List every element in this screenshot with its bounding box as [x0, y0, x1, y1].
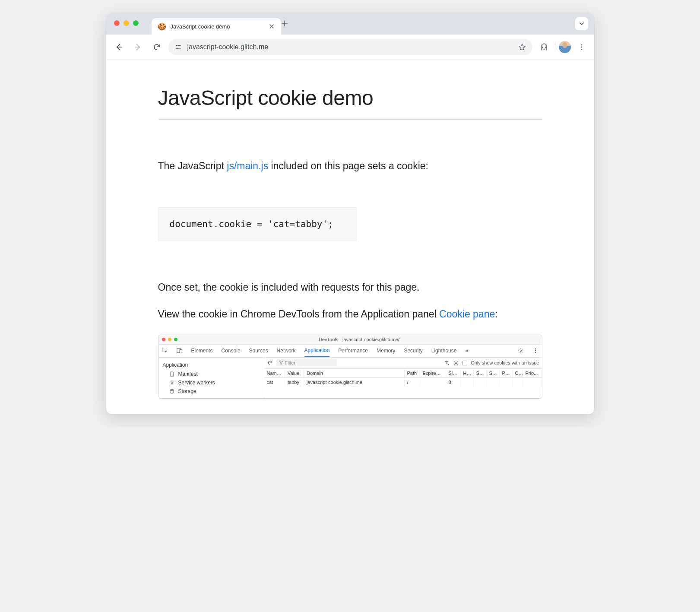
- filter-placeholder: Filter: [285, 360, 295, 365]
- svg-point-9: [535, 349, 535, 349]
- only-issue-label: Only show cookies with an issue: [471, 360, 539, 365]
- paragraph-3: View the cookie in Chrome DevTools from …: [158, 307, 542, 322]
- window-close-button[interactable]: [114, 20, 120, 26]
- reload-button[interactable]: [149, 40, 164, 54]
- devtools-more-tabs[interactable]: »: [465, 348, 468, 354]
- devtools-sidebar: Application Manifest Service workers Sto…: [158, 358, 264, 398]
- js-file-link[interactable]: js/main.js: [227, 160, 268, 171]
- toolbar-separator: [555, 43, 555, 51]
- sidebar-item-storage[interactable]: Storage: [158, 387, 264, 396]
- cell-cross: [512, 377, 523, 387]
- para3-prefix: View the cookie in Chrome DevTools from …: [158, 308, 440, 320]
- manifest-icon: [169, 371, 175, 377]
- toolbar-actions: [537, 40, 589, 54]
- devtools-zoom-button[interactable]: [174, 338, 177, 341]
- intro-text-suffix: included on this page sets a cookie:: [268, 160, 428, 171]
- sidebar-section-application: Application: [158, 360, 264, 370]
- devtools-tab-security[interactable]: Security: [404, 348, 422, 354]
- devtools-menu-icon[interactable]: [532, 348, 538, 353]
- svg-point-11: [535, 352, 535, 353]
- col-path[interactable]: Path: [404, 369, 420, 378]
- close-icon[interactable]: [453, 361, 459, 365]
- col-value[interactable]: Value: [285, 369, 304, 378]
- svg-point-0: [176, 45, 177, 46]
- sidebar-item-manifest[interactable]: Manifest: [158, 370, 264, 378]
- col-domain[interactable]: Domain: [304, 369, 405, 378]
- cell-httponly: [460, 377, 473, 387]
- svg-point-2: [581, 44, 582, 45]
- device-toolbar-icon[interactable]: [177, 348, 183, 354]
- cell-partition: [499, 377, 512, 387]
- col-httponly[interactable]: Ht...: [460, 369, 473, 378]
- profile-avatar[interactable]: [559, 41, 571, 53]
- col-partition[interactable]: Pa...: [499, 369, 512, 378]
- filter-input[interactable]: Filter: [276, 359, 337, 366]
- cell-name: cat: [264, 377, 285, 387]
- forward-button[interactable]: [130, 40, 145, 54]
- devtools-tab-elements[interactable]: Elements: [191, 348, 213, 354]
- devtools-tab-bar: Elements Console Sources Network Applica…: [158, 345, 542, 358]
- new-tab-button[interactable]: [281, 20, 294, 28]
- address-bar[interactable]: javascript-cookie.glitch.me: [168, 39, 532, 55]
- browser-window: 🍪 JavaScript cookie demo: [106, 13, 594, 414]
- back-button[interactable]: [111, 40, 126, 54]
- paragraph-2: Once set, the cookie is included with re…: [158, 280, 542, 295]
- only-issue-checkbox[interactable]: [462, 361, 467, 365]
- refresh-icon[interactable]: [267, 360, 273, 365]
- svg-point-13: [170, 389, 174, 390]
- devtools-tab-sources[interactable]: Sources: [249, 348, 268, 354]
- tab-strip: 🍪 JavaScript cookie demo: [106, 13, 594, 35]
- svg-point-12: [171, 382, 173, 384]
- intro-paragraph: The JavaScript js/main.js included on th…: [158, 159, 542, 174]
- table-header-row: Name▲ Value Domain Path Expires /... Siz…: [264, 369, 542, 378]
- tab-title: JavaScript cookie demo: [171, 23, 264, 30]
- devtools-tab-performance[interactable]: Performance: [338, 348, 368, 354]
- col-samesite[interactable]: Sa...: [486, 369, 499, 378]
- tab-favicon-icon: 🍪: [158, 22, 166, 31]
- cell-secure: [473, 377, 486, 387]
- cell-domain: javascript-cookie.glitch.me: [304, 377, 405, 387]
- col-name[interactable]: Name▲: [264, 369, 285, 378]
- tab-close-button[interactable]: [268, 23, 275, 30]
- col-priority[interactable]: Prio...: [523, 369, 542, 378]
- table-row[interactable]: cat tabby javascript-cookie.glitch.me / …: [264, 377, 542, 387]
- col-size[interactable]: Size: [446, 369, 460, 378]
- col-secure[interactable]: Se...: [473, 369, 486, 378]
- svg-point-8: [520, 350, 522, 352]
- browser-tab[interactable]: 🍪 JavaScript cookie demo: [152, 18, 281, 35]
- cookie-pane-link[interactable]: Cookie pane: [439, 308, 495, 320]
- clear-filter-icon[interactable]: [443, 360, 450, 365]
- browser-toolbar: javascript-cookie.glitch.me: [106, 35, 594, 60]
- cell-size: 8: [446, 377, 460, 387]
- devtools-panel: DevTools - javascript-cookie.glitch.me/ …: [158, 335, 542, 399]
- extensions-icon[interactable]: [537, 40, 551, 54]
- devtools-tab-console[interactable]: Console: [222, 348, 241, 354]
- sidebar-item-service-workers[interactable]: Service workers: [158, 378, 264, 387]
- cell-value: tabby: [285, 377, 304, 387]
- col-expires[interactable]: Expires /...: [420, 369, 446, 378]
- devtools-tab-application[interactable]: Application: [304, 344, 330, 357]
- inspect-element-icon[interactable]: [162, 348, 168, 354]
- storage-icon: [169, 389, 175, 394]
- cell-expires: [420, 377, 446, 387]
- cookies-filter-bar: Filter Only show cookies with an issue: [264, 358, 542, 369]
- col-cross[interactable]: C..: [512, 369, 523, 378]
- para3-suffix: :: [495, 308, 497, 320]
- window-controls: [114, 20, 139, 28]
- window-minimize-button[interactable]: [124, 20, 129, 26]
- chrome-menu-icon[interactable]: [574, 40, 589, 54]
- devtools-close-button[interactable]: [162, 338, 165, 341]
- tab-search-button[interactable]: [575, 17, 588, 30]
- site-settings-icon[interactable]: [174, 43, 182, 51]
- devtools-tab-network[interactable]: Network: [277, 348, 296, 354]
- svg-point-3: [581, 47, 582, 48]
- bookmark-star-icon[interactable]: [518, 43, 526, 51]
- devtools-minimize-button[interactable]: [168, 338, 171, 341]
- page-viewport: JavaScript cookie demo The JavaScript js…: [106, 60, 594, 414]
- devtools-tab-lighthouse[interactable]: Lighthouse: [431, 348, 457, 354]
- devtools-window-title: DevTools - javascript-cookie.glitch.me/: [180, 337, 538, 342]
- svg-point-10: [535, 350, 535, 351]
- devtools-tab-memory[interactable]: Memory: [377, 348, 395, 354]
- window-zoom-button[interactable]: [133, 20, 139, 26]
- devtools-settings-icon[interactable]: [518, 348, 524, 354]
